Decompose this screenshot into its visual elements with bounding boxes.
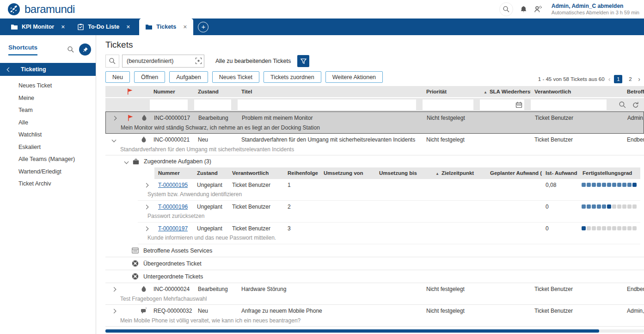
close-tab-icon[interactable]: × <box>126 23 130 31</box>
sidebar-item-wartend[interactable]: Wartend/Erledigt <box>0 166 96 178</box>
col-betroffen[interactable]: Betroffe <box>613 89 644 94</box>
prev-page-arrow[interactable]: ‹ <box>608 75 611 83</box>
betroffene-assets-row[interactable]: Betroffene Assets Services <box>105 244 644 257</box>
linked-ticket-icon <box>132 273 139 280</box>
subcol-umsetzung-von[interactable]: Umsetzung von <box>320 167 375 179</box>
subcol-ist-aufwand[interactable]: Ist- Aufwand ... <box>542 167 579 179</box>
sidebar-item-alle[interactable]: Alle <box>0 117 96 129</box>
subcol-umsetzung-bis[interactable]: Umsetzung bis <box>375 167 432 179</box>
table-search-button[interactable] <box>105 55 119 68</box>
horizontal-scrollbar[interactable] <box>105 329 644 333</box>
page-2-button[interactable]: 2 <box>626 75 634 83</box>
ticket-row-inc21[interactable]: INC-00000021 Neu Standardverfahren für d… <box>105 134 644 155</box>
weitere-aktionen-button[interactable]: Weitere Aktionen <box>325 71 383 83</box>
next-page-arrow[interactable]: › <box>638 75 640 83</box>
filter-zustand-input[interactable] <box>194 99 231 110</box>
filter-verantwortlich-input[interactable] <box>531 99 607 110</box>
brand: baramundi <box>7 3 75 16</box>
expand-chevron-icon[interactable] <box>138 204 154 210</box>
filter-prioritaet-input[interactable] <box>423 99 473 110</box>
task-progress-bar <box>579 182 640 188</box>
table-header-row: Nummer Zustand Titel Priorität ▲SLA Wied… <box>105 86 644 98</box>
uebergeordnetes-ticket-row[interactable]: Übergeordnetes Ticket <box>105 257 644 270</box>
scope-icon[interactable] <box>195 57 202 64</box>
logout-link[interactable]: abmelden <box>597 3 623 9</box>
subcol-zustand[interactable]: Zustand <box>193 167 228 179</box>
filter-preset-control[interactable]: Alle zu bearbeitenden Tickets <box>211 55 309 67</box>
sidebar-search-icon[interactable] <box>67 46 74 53</box>
task-row-195[interactable]: T-00000195 Ungeplant Ticket Benutzer 1 0… <box>138 179 640 201</box>
close-tab-icon[interactable]: × <box>183 23 187 31</box>
filter-funnel-button[interactable] <box>297 55 309 67</box>
tickets-zuordnen-button[interactable]: Tickets zuordnen <box>264 71 321 83</box>
col-nummer[interactable]: Nummer <box>150 89 194 94</box>
task-row-197[interactable]: T-00000197 Ungeplant Ticket Benutzer 3 0… <box>138 223 640 244</box>
ticket-row-inc17[interactable]: INC-00000017 Bearbeitung Problem mit mei… <box>105 111 644 134</box>
task-number-link[interactable]: T-00000196 <box>158 204 188 210</box>
ticket-row-req32[interactable]: ? REQ-00000032 Neu Anfrage zu neuem Mobi… <box>105 305 644 327</box>
col-prioritaet[interactable]: Priorität <box>423 89 480 94</box>
expand-chevron-icon[interactable] <box>106 115 123 121</box>
sidebar-item-team[interactable]: Team <box>0 104 96 117</box>
subcol-geplanter-aufwand[interactable]: Geplanter Aufwand (h) <box>486 167 542 179</box>
notifications-button[interactable] <box>520 6 527 13</box>
tab-kpi-monitor[interactable]: KPI Monitor × <box>5 19 71 35</box>
untergeordnete-tickets-row[interactable]: Untergeordnete Tickets <box>105 270 644 283</box>
task-row-196[interactable]: T-00000196 Ungeplant Ticket Benutzer 2 0… <box>138 201 640 223</box>
ticket-state: Neu <box>194 308 238 314</box>
user-settings-button[interactable] <box>534 5 542 13</box>
expand-chevron-icon[interactable] <box>105 308 122 314</box>
filter-nummer-input[interactable] <box>150 99 188 110</box>
baramundi-logo-icon <box>7 3 20 16</box>
col-sla[interactable]: ▲SLA Wiederherst.... <box>480 89 531 94</box>
flag-column-header[interactable] <box>122 88 138 95</box>
pin-sidebar-button[interactable] <box>79 43 91 56</box>
expand-chevron-icon[interactable] <box>138 182 154 188</box>
sidebar-item-meine[interactable]: Meine <box>0 92 96 105</box>
scrollbar-thumb[interactable] <box>105 329 599 333</box>
subcol-fertigstellungsgrad[interactable]: Fertigstellungsgrad <box>579 167 640 179</box>
task-subtitle: Passwort zurücksetzen <box>138 213 640 222</box>
expand-chevron-icon[interactable] <box>138 225 154 232</box>
subcol-reihenfolge[interactable]: Reihenfolge <box>284 167 320 179</box>
custom-filter-input[interactable] <box>122 55 204 68</box>
filter-titel-input[interactable] <box>238 99 416 110</box>
close-tab-icon[interactable]: × <box>61 23 65 31</box>
sidebar-item-eskaliert[interactable]: Eskaliert <box>0 141 96 154</box>
sidebar-item-ticketing[interactable]: Ticketing <box>0 63 96 76</box>
assets-table-icon <box>132 247 139 254</box>
subcol-verantwortlich[interactable]: Verantwortlich <box>228 167 284 179</box>
col-titel[interactable]: Titel <box>238 89 423 94</box>
incident-flame-icon <box>138 286 150 293</box>
reset-filter-icon[interactable] <box>632 101 639 109</box>
sidebar-item-alle-teams[interactable]: Alle Teams (Manager) <box>0 153 96 166</box>
tab-tickets[interactable]: Tickets × <box>139 19 193 35</box>
collapse-chevron-icon[interactable] <box>105 136 122 143</box>
ticket-row-inc24[interactable]: INC-00000024 Bearbeitung Hardware Störun… <box>105 283 644 305</box>
flag-icon[interactable] <box>123 115 138 122</box>
task-number-link[interactable]: T-00000197 <box>158 225 188 232</box>
subcol-nummer[interactable]: Nummer <box>154 167 193 179</box>
sidebar-item-watchlist[interactable]: Watchlist <box>0 129 96 141</box>
neues-ticket-button[interactable]: Neues Ticket <box>212 71 259 83</box>
neu-button[interactable]: Neu <box>105 71 130 83</box>
oeffnen-button[interactable]: Öffnen <box>134 71 165 83</box>
calendar-icon[interactable] <box>515 101 522 108</box>
expand-chevron-icon[interactable] <box>105 286 122 292</box>
col-zustand[interactable]: Zustand <box>194 89 238 94</box>
apply-filter-search-icon[interactable] <box>619 101 626 109</box>
assigned-tasks-toggle[interactable]: Zugeordnete Aufgaben (3) <box>105 155 644 167</box>
global-search-button[interactable] <box>499 2 513 16</box>
task-number-link[interactable]: T-00000195 <box>158 182 188 188</box>
sidebar-item-neues-ticket[interactable]: Neues Ticket <box>0 80 96 92</box>
ticket-title: Anfrage zu neuem Mobile Phone <box>238 308 423 314</box>
subcol-zielzeitpunkt[interactable]: ▲Zielzeitpunkt <box>432 167 486 179</box>
ticket-state: Neu <box>194 136 238 143</box>
sidebar-item-ticket-archiv[interactable]: Ticket Archiv <box>0 178 96 190</box>
ticket-assignee: Ticket Benutzer <box>531 286 613 292</box>
page-1-button[interactable]: 1 <box>614 75 622 83</box>
aufgaben-button[interactable]: Aufgaben <box>169 71 208 83</box>
tab-todo-liste[interactable]: To-Do Liste × <box>71 19 136 35</box>
add-tab-icon[interactable]: + <box>198 22 209 32</box>
col-verantwortlich[interactable]: Verantwortlich <box>531 89 613 94</box>
